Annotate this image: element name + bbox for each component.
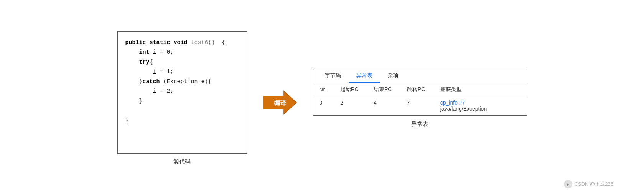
code-line-2: int i = 0; bbox=[125, 47, 239, 57]
code-line-5: }catch (Exception e){ bbox=[125, 77, 239, 87]
cell-end-pc: 4 bbox=[367, 96, 401, 115]
exception-table-caption: 异常表 bbox=[411, 121, 428, 128]
arrow-section: 编译 编译 bbox=[263, 89, 297, 107]
watermark-text: CSDN @王成226 bbox=[575, 181, 613, 188]
source-code-caption: 源代码 bbox=[173, 158, 191, 165]
tab-bytecode[interactable]: 字节码 bbox=[317, 69, 349, 83]
exception-data-table: Nr. 起始PC 结束PC 跳转PC 捕获类型 0 2 4 7 bbox=[313, 83, 527, 115]
cell-nr: 0 bbox=[313, 96, 334, 115]
tab-bar: 字节码 异常表 杂项 bbox=[313, 69, 527, 83]
java-exception-text: java/lang/Exception bbox=[440, 106, 520, 112]
code-line-7: } bbox=[125, 96, 239, 106]
source-code-panel: public static void test6() { int i = 0; … bbox=[117, 31, 247, 154]
arrow-label: 编译 bbox=[268, 98, 292, 108]
code-line-6: i = 2; bbox=[125, 87, 239, 96]
table-row: 0 2 4 7 cp_info #7 java/lang/Exception bbox=[313, 96, 527, 115]
cell-jump-pc: 7 bbox=[401, 96, 434, 115]
cell-capture-type: cp_info #7 java/lang/Exception bbox=[434, 96, 527, 115]
play-icon: ▶ bbox=[564, 180, 572, 188]
exception-table-panel: 字节码 异常表 杂项 Nr. 起始PC 结束PC 跳转PC 捕获类型 bbox=[313, 69, 527, 116]
col-header-start-pc: 起始PC bbox=[334, 83, 367, 96]
code-line-4: i = 1; bbox=[125, 67, 239, 77]
col-header-nr: Nr. bbox=[313, 83, 334, 96]
watermark: ▶ CSDN @王成226 bbox=[564, 180, 613, 188]
code-line-9: } bbox=[125, 116, 239, 126]
code-line-8 bbox=[125, 106, 239, 116]
cp-info-link[interactable]: cp_info #7 bbox=[440, 100, 520, 106]
tab-exception[interactable]: 异常表 bbox=[349, 69, 380, 83]
code-line-1: public static void test6() { bbox=[125, 38, 239, 48]
col-header-end-pc: 结束PC bbox=[367, 83, 401, 96]
cell-start-pc: 2 bbox=[334, 96, 367, 115]
code-line-3: try{ bbox=[125, 57, 239, 67]
tab-misc[interactable]: 杂项 bbox=[380, 69, 406, 83]
col-header-capture-type: 捕获类型 bbox=[434, 83, 527, 96]
col-header-jump-pc: 跳转PC bbox=[401, 83, 434, 96]
